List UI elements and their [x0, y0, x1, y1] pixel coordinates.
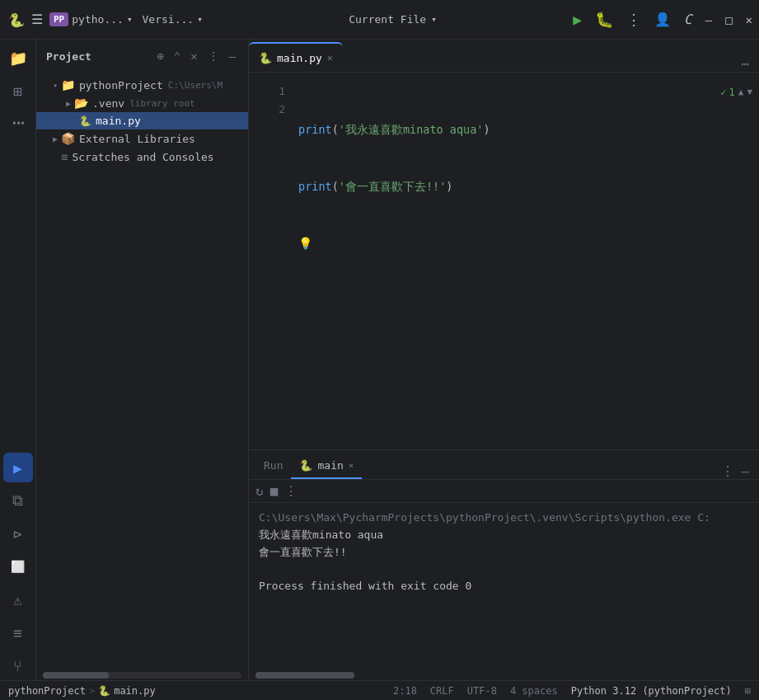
tree-label-scratches: Scratches and Consoles	[72, 151, 213, 163]
statusbar-python[interactable]: Python 3.12 (pythonProject)	[571, 685, 732, 697]
user-icon[interactable]: 👤	[654, 12, 671, 27]
statusbar-layout-icon[interactable]: ⊞	[745, 685, 751, 697]
sidebar-item-tools[interactable]: ≡	[3, 618, 33, 647]
run-panel: Run 🐍 main ✕ ⋮ — ↻ ■ ⋮ C:\Users\Max\Pych…	[249, 449, 759, 680]
project-name[interactable]: pytho...	[72, 13, 124, 26]
more-options-icon[interactable]: ⋮	[626, 11, 641, 28]
tree-item-venv[interactable]: ▶ 📂 .venv library root	[36, 94, 248, 112]
sidebar-item-run[interactable]: ▶	[3, 453, 33, 482]
code-line-1: print('我永遠喜歡minato aqua')	[298, 120, 710, 139]
code-line-3: 💡	[298, 234, 710, 254]
gutter-line-2	[710, 101, 759, 120]
check-icon: ✓	[720, 87, 726, 98]
tab-run[interactable]: Run	[255, 453, 291, 479]
bulb-icon[interactable]: 💡	[298, 234, 312, 254]
run-more-icon[interactable]: ⋮	[721, 463, 734, 479]
line-number-2: 2	[249, 101, 285, 119]
sidebar-item-more[interactable]: •••	[3, 109, 33, 139]
tab-more-icon[interactable]: ⋯	[741, 56, 759, 72]
chevron-up-icon[interactable]: ▲	[738, 87, 744, 97]
tree-label-mainpy: main.py	[96, 115, 141, 127]
gutter-line-3	[710, 120, 759, 139]
statusbar-sep: >	[89, 685, 95, 697]
app-logo: 🐍	[7, 11, 25, 29]
sidebar-item-project[interactable]: 📁	[3, 43, 33, 73]
statusbar-encoding[interactable]: UTF-8	[467, 685, 497, 697]
sidebar-item-terminal[interactable]: ⬜	[3, 552, 33, 581]
run-tab-close-icon[interactable]: ✕	[349, 460, 354, 471]
run-toolbar-more-icon[interactable]: ⋮	[284, 483, 298, 499]
run-scrollbar[interactable]	[255, 672, 752, 679]
sidebar-item-extensions[interactable]: ⊞	[3, 76, 33, 106]
run-out-line-2: 會一直喜歡下去!!	[259, 544, 749, 561]
sidebar-item-alert[interactable]: ⚠	[3, 585, 33, 614]
minimize-button[interactable]: —	[705, 13, 712, 26]
tree-item-external-libs[interactable]: ▶ 📦 External Libraries	[36, 129, 248, 148]
tree-item-mainpy[interactable]: 🐍 main.py	[36, 112, 248, 129]
statusbar-project-name: pythonProject	[8, 685, 86, 697]
tree-label-external-libs: External Libraries	[79, 133, 195, 145]
sidebar: Project ⊕ ⌃ ✕ ⋮ — ▾ 📁 pythonProject C:\U…	[36, 40, 249, 680]
tree-label-venv: .venv	[92, 97, 124, 110]
version-chevron-icon: ▾	[197, 14, 203, 25]
hamburger-icon[interactable]: ☰	[31, 12, 43, 27]
current-file-selector[interactable]: Current File ▾	[213, 13, 573, 26]
chevron-down-icon[interactable]: ▼	[747, 87, 752, 97]
close-button[interactable]: ✕	[746, 13, 752, 26]
project-badge[interactable]: PP	[49, 12, 68, 26]
run-output: C:\Users\Max\PycharmProjects\pythonProje…	[249, 503, 759, 670]
statusbar-position[interactable]: 2:18	[393, 685, 417, 697]
code-editor[interactable]: print('我永遠喜歡minato aqua') print('會一直喜歡下去…	[292, 73, 710, 449]
tree-label-pythonproject: pythonProject	[79, 79, 163, 92]
run-cmd-line: C:\Users\Max\PycharmProjects\pythonProje…	[259, 510, 749, 527]
string-1: '我永遠喜歡minato aqua'	[339, 120, 484, 139]
tab-mainpy[interactable]: 🐍 main.py ✕	[249, 42, 343, 72]
editor-area[interactable]: 1 2 print('我永遠喜歡minato aqua') print('會一直…	[249, 73, 759, 449]
statusbar-file: main.py	[114, 685, 156, 697]
version-label[interactable]: Versi...	[143, 13, 194, 26]
run-out-exit: Process finished with exit code 0	[259, 578, 749, 595]
maximize-button[interactable]: □	[725, 13, 732, 26]
run-button[interactable]: ▶	[573, 11, 582, 28]
tree-item-scratches[interactable]: ▶ ≡ Scratches and Consoles	[36, 148, 248, 166]
tab-label: main.py	[277, 52, 322, 64]
titlebar-actions: ▶ 🐛 ⋮ 👤 C — □ ✕	[573, 11, 752, 28]
run-out-line-1: 我永遠喜歡minato aqua	[259, 527, 749, 544]
sidebar-scrollbar[interactable]	[43, 672, 241, 679]
current-file-label: Current File	[349, 13, 426, 26]
chevron-right-icon: ▶	[66, 99, 71, 108]
chevron-down-icon: ▾	[53, 81, 58, 90]
keyword-print-2: print	[298, 177, 332, 196]
run-scrollbar-thumb[interactable]	[255, 672, 354, 679]
line-numbers: 1 2	[249, 73, 292, 449]
sidebar-item-git[interactable]: ⑂	[3, 651, 33, 680]
paren-open-1: (	[332, 120, 339, 139]
run-stop-icon[interactable]: ■	[270, 483, 279, 499]
sidebar-up-icon[interactable]: ⌃	[171, 47, 183, 65]
file-tree: ▾ 📁 pythonProject C:\Users\M ▶ 📂 .venv l…	[36, 73, 248, 670]
run-reload-icon[interactable]: ↻	[255, 483, 264, 499]
chevron-right-libs-icon: ▶	[53, 134, 58, 143]
debug-button[interactable]: 🐛	[595, 11, 613, 28]
check-count: 1	[729, 87, 735, 98]
statusbar-project[interactable]: pythonProject > 🐍 main.py	[8, 685, 156, 697]
sidebar-collapse-icon[interactable]: —	[227, 47, 238, 65]
statusbar-python-label: Python 3.12 (pythonProject)	[571, 685, 732, 697]
sidebar-add-icon[interactable]: ⊕	[154, 47, 166, 65]
sidebar-more-icon[interactable]: ⋮	[205, 47, 222, 65]
statusbar-indent-value: 4 spaces	[510, 685, 558, 697]
sidebar-item-bookmark[interactable]: ⊳	[3, 519, 33, 548]
tab-main[interactable]: 🐍 main ✕	[291, 453, 362, 479]
run-minimize-icon[interactable]: —	[741, 463, 749, 479]
libs-icon: 📦	[61, 132, 75, 145]
sidebar-item-layers[interactable]: ⧉	[3, 486, 33, 515]
main-area: 📁 ⊞ ••• ▶ ⧉ ⊳ ⬜ ⚠ ≡ ⑂ Project ⊕ ⌃ ✕ ⋮ — …	[0, 40, 759, 680]
editor-tabs: 🐍 main.py ✕ ⋯	[249, 40, 759, 73]
tab-close-icon[interactable]: ✕	[327, 52, 333, 63]
statusbar-line-ending[interactable]: CRLF	[430, 685, 454, 697]
sidebar-close-icon[interactable]: ✕	[188, 47, 199, 65]
tree-item-pythonproject[interactable]: ▾ 📁 pythonProject C:\Users\M	[36, 76, 248, 94]
search-c-icon[interactable]: C	[684, 12, 692, 27]
sidebar-scrollbar-thumb[interactable]	[43, 672, 109, 679]
statusbar-indent[interactable]: 4 spaces	[510, 685, 558, 697]
